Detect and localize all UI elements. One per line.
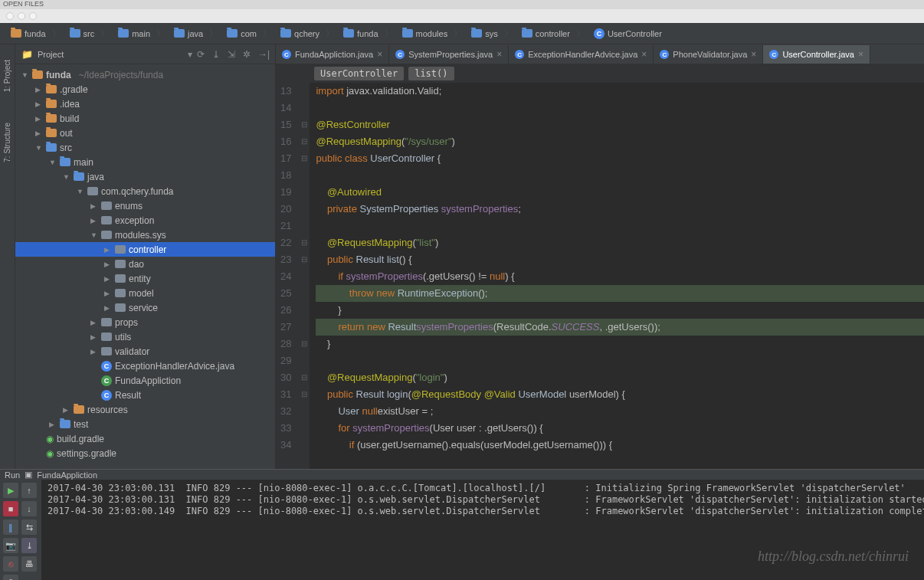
pause-icon[interactable]: ‖ <box>3 519 18 535</box>
close-dot[interactable] <box>6 12 14 20</box>
crumb-qchery[interactable]: qchery <box>276 28 339 39</box>
project-panel-title[interactable]: Project <box>38 50 183 59</box>
zoom-dot[interactable] <box>29 12 37 20</box>
close-icon[interactable]: × <box>751 49 756 60</box>
tab-PhoneValidator.java[interactable]: CPhoneValidator.java× <box>654 45 763 64</box>
tree-item-service[interactable]: ▶service <box>15 300 275 315</box>
tree-item-java[interactable]: ▼java <box>15 169 275 184</box>
tree-item-model[interactable]: ▶model <box>15 286 275 300</box>
tree-arrow[interactable]: ▶ <box>104 290 112 297</box>
tree-item-resources[interactable]: ▶resources <box>15 402 275 417</box>
tree-item-Result[interactable]: CResult <box>15 388 275 402</box>
tree-item-settings.gradle[interactable]: ◉settings.gradle <box>15 446 275 460</box>
close-icon[interactable]: × <box>641 49 647 60</box>
crumb-controller[interactable]: controller <box>517 28 589 39</box>
tree-arrow[interactable]: ▶ <box>35 129 43 137</box>
tree-arrow[interactable]: ▶ <box>104 304 112 312</box>
tree-item-validator[interactable]: ▶validator <box>15 344 275 359</box>
code-content[interactable]: import javax.validation.Valid; @RestCont… <box>310 83 924 469</box>
scroll-end-icon[interactable]: ⤓ <box>21 538 37 553</box>
editor-tabs[interactable]: CFundaAppliction.java×CSystemProperties.… <box>276 44 924 64</box>
tree-arrow[interactable]: ▼ <box>49 159 57 166</box>
breadcrumb[interactable]: fundasrcmainjavacomqcheryfundamodulessys… <box>0 23 924 44</box>
tree-arrow[interactable]: ▶ <box>49 421 57 428</box>
hide-icon[interactable]: →| <box>258 49 269 60</box>
context-method[interactable]: list() <box>408 67 454 80</box>
tree-item-src[interactable]: ▼src <box>15 140 275 155</box>
tree-arrow[interactable]: ▶ <box>35 100 43 108</box>
soft-wrap-icon[interactable]: ⇆ <box>21 519 37 535</box>
close-icon[interactable]: × <box>858 49 863 60</box>
tree-arrow[interactable]: ▶ <box>63 406 70 414</box>
tree-item-com.qchery.funda[interactable]: ▼com.qchery.funda <box>15 184 275 198</box>
context-class[interactable]: UserController <box>314 67 404 80</box>
tree-item-test[interactable]: ▶test <box>15 417 275 431</box>
tree-item-props[interactable]: ▶props <box>15 315 275 329</box>
crumb-main[interactable]: main <box>113 28 169 39</box>
tab-UserController.java[interactable]: CUserController.java× <box>763 45 870 64</box>
tree-item-dao[interactable]: ▶dao <box>15 257 275 271</box>
run-config-name[interactable]: FundaAppliction <box>37 470 97 480</box>
tab-FundaAppliction.java[interactable]: CFundaAppliction.java× <box>276 45 389 64</box>
rerun-icon[interactable]: ▶ <box>3 483 18 498</box>
tree-item-.gradle[interactable]: ▶.gradle <box>15 82 275 97</box>
tree-item-modules.sys[interactable]: ▼modules.sys <box>15 228 275 242</box>
tree-item-utils[interactable]: ▶utils <box>15 329 275 344</box>
settings-icon[interactable]: ✲ <box>243 49 254 60</box>
tree-arrow[interactable]: ▶ <box>35 115 43 123</box>
tree-item-out[interactable]: ▶out <box>15 126 275 140</box>
close-icon[interactable]: × <box>496 49 502 60</box>
gc-icon[interactable]: 🗑 <box>3 575 18 580</box>
run-panel-header[interactable]: Run ▣ FundaAppliction <box>0 470 924 480</box>
tree-arrow[interactable]: ▼ <box>63 173 70 181</box>
tree-arrow[interactable]: ▶ <box>104 275 112 283</box>
context-bar[interactable]: UserController list() <box>276 64 924 83</box>
dump-icon[interactable]: 📷 <box>3 538 18 553</box>
tree-item-enums[interactable]: ▶enums <box>15 198 275 213</box>
down-icon[interactable]: ↓ <box>21 501 37 516</box>
tree-arrow[interactable]: ▶ <box>90 333 98 341</box>
structure-tool-tab[interactable]: 7: Structure <box>3 123 11 162</box>
tree-arrow[interactable]: ▼ <box>35 144 43 152</box>
fold-gutter[interactable]: ⊟⊟⊟⊟⊟⊟⊟⊟ <box>299 83 310 469</box>
crumb-funda[interactable]: funda <box>339 28 398 39</box>
tab-ExceptionHandlerAdvice.java[interactable]: CExceptionHandlerAdvice.java× <box>509 45 654 64</box>
crumb-com[interactable]: com <box>222 28 276 39</box>
tree-arrow[interactable]: ▶ <box>90 319 98 326</box>
crumb-java[interactable]: java <box>169 28 222 39</box>
tree-item-entity[interactable]: ▶entity <box>15 271 275 286</box>
tree-item-ExceptionHandlerAdvice.java[interactable]: CExceptionHandlerAdvice.java <box>15 359 275 373</box>
stop-icon[interactable]: ■ <box>3 501 18 516</box>
tree-arrow[interactable]: ▶ <box>35 86 43 93</box>
crumb-UserController[interactable]: CUserController <box>589 28 673 39</box>
crumb-sys[interactable]: sys <box>467 28 517 39</box>
console-output[interactable]: 2017-04-30 23:03:00.131 INFO 829 --- [ni… <box>41 480 924 580</box>
tree-item-FundaAppliction[interactable]: CFundaAppliction <box>15 373 275 388</box>
collapse-all-icon[interactable]: ⇲ <box>228 49 238 60</box>
tree-root[interactable]: ▼ funda ~/IdeaProjects/funda <box>15 67 275 82</box>
code-editor[interactable]: 1314151617181920212223242526272829303132… <box>276 83 924 469</box>
tree-arrow[interactable]: ▶ <box>104 261 112 268</box>
crumb-funda[interactable]: funda <box>6 28 65 39</box>
tree-item-build.gradle[interactable]: ◉build.gradle <box>15 431 275 446</box>
exit-icon[interactable]: ⎋ <box>3 556 18 572</box>
print-icon[interactable]: 🖶 <box>21 556 37 572</box>
tree-arrow[interactable]: ▼ <box>90 231 98 239</box>
tab-SystemProperties.java[interactable]: CSystemProperties.java× <box>389 45 509 64</box>
up-icon[interactable]: ↑ <box>21 483 37 498</box>
tree-item-exception[interactable]: ▶exception <box>15 213 275 228</box>
crumb-src[interactable]: src <box>65 28 114 39</box>
tree-arrow[interactable]: ▶ <box>90 348 98 356</box>
tree-item-main[interactable]: ▼main <box>15 155 275 169</box>
scroll-from-source-icon[interactable]: ⟳ <box>197 49 208 60</box>
tree-item-.idea[interactable]: ▶.idea <box>15 97 275 111</box>
minimize-dot[interactable] <box>18 12 25 20</box>
scroll-to-source-icon[interactable]: ⤓ <box>212 49 223 60</box>
close-icon[interactable]: × <box>377 49 382 60</box>
tree-arrow[interactable]: ▶ <box>104 246 112 254</box>
project-tree[interactable]: ▼ funda ~/IdeaProjects/funda ▶.gradle▶.i… <box>15 64 275 469</box>
tree-item-build[interactable]: ▶build <box>15 111 275 126</box>
project-tool-tab[interactable]: 1: Project <box>3 60 11 92</box>
crumb-modules[interactable]: modules <box>398 28 467 39</box>
tree-arrow[interactable]: ▶ <box>90 202 98 210</box>
